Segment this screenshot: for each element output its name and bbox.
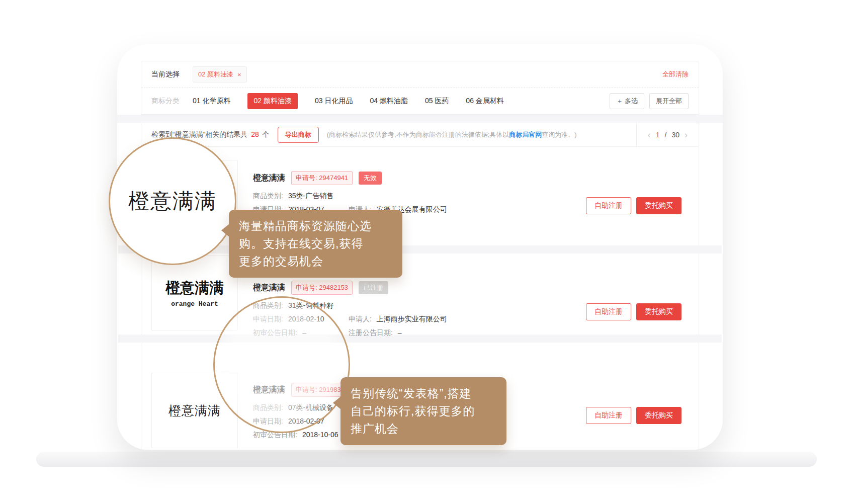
application-number-label: 申请号: [296,174,317,182]
tooltip-line: 更多的交易机会 [239,253,392,270]
chevron-left-icon[interactable]: ‹ [648,130,651,140]
self-register-button[interactable]: 自助注册 [586,303,631,320]
trademark-name: 橙意满满 [253,283,285,293]
result-row-2: 橙意满满 orange Heart 橙意满满 申请号: 29482153 已注册… [141,254,699,334]
trademark-name: 橙意满满 [253,173,285,184]
export-trademark-button[interactable]: 导出商标 [278,127,319,143]
field-label: 注册公告日期: [349,328,393,337]
trademark-image-subtext: orange Heart [171,300,218,308]
reg-notice-pair: 注册公告日期:– [349,328,402,337]
tooltip-marketplace: 海量精品商标资源随心选 购。支持在线交易,获得 更多的交易机会 [229,210,402,278]
application-number-value: 29482153 [319,284,348,291]
field-value: 2018-10-06 [302,431,338,439]
magnified-trademark-text: 橙意满满 [128,187,217,215]
application-number-value: 29474941 [319,174,348,182]
status-badge-invalid: 无效 [359,172,382,185]
trademark-image-text: 橙意满满 [168,402,221,419]
results-count: 28 [249,130,261,138]
tooltip-arrow-left-icon [221,224,229,237]
category-row: 商标分类 01 化学原料 02 颜料油漆 03 日化用品 04 燃料油脂 05 … [141,88,699,114]
trademark-office-link[interactable]: 商标局官网 [509,131,542,138]
disclaimer-before: (商标检索结果仅供参考,不作为商标能否注册的法律依据;具体以 [327,131,509,138]
field-label: 申请人: [349,315,372,323]
multi-select-button[interactable]: ＋ 多选 [610,93,644,109]
chevron-right-icon[interactable]: › [685,130,688,140]
pagination-total: 30 [671,131,679,139]
title-line: 橙意满满 申请号: 29482153 已注册 [253,281,447,295]
category-item-01[interactable]: 01 化学原料 [193,97,230,106]
tooltip-line: 告别传统“发表格”,搭建 [351,385,496,402]
field-value: – [398,328,402,337]
category-item-03[interactable]: 03 日化用品 [315,97,353,106]
selected-filter-tag[interactable]: 02 颜料油漆 × [193,66,247,82]
close-icon[interactable]: × [237,71,241,78]
category-item-05[interactable]: 05 医药 [425,97,449,106]
results-summary-suffix: 个 [263,130,270,138]
results-disclaimer: (商标检索结果仅供参考,不作为商标能否注册的法律依据;具体以商标局官网查询为准。… [327,130,577,139]
clear-all-button[interactable]: 全部清除 [662,70,689,79]
category-line: 商品类别:35类-广告销售 [253,192,447,201]
application-number-label: 申请号: [296,284,317,291]
category-item-06[interactable]: 06 金属材料 [466,97,503,106]
field-value: 35类-广告销售 [288,192,333,200]
entrust-buy-button[interactable]: 委托购买 [636,197,681,214]
tooltip-line: 自己的标行,获得更多的 [351,402,496,420]
self-register-button[interactable]: 自助注册 [586,197,631,214]
title-line: 橙意满满 申请号: 29474941 无效 [253,171,447,185]
category-item-04[interactable]: 04 燃料油脂 [370,97,407,106]
section-gap [117,115,723,123]
applicant-pair: 申请人:上海雨步实业有限公司 [349,315,447,323]
current-selection-label: 当前选择 [151,70,180,79]
trademark-search-mockup: 当前选择 02 颜料油漆 × 全部清除 商标分类 01 化学原料 02 颜料油漆… [0,0,853,504]
self-register-button[interactable]: 自助注册 [586,407,631,424]
current-selection-row: 当前选择 02 颜料油漆 × 全部清除 [141,61,699,88]
results-summary-prefix: 检索到“橙意满满”相关的结果共 [151,130,247,138]
entrust-buy-button[interactable]: 委托购买 [636,407,681,424]
filter-panel: 当前选择 02 颜料油漆 × 全部清除 商标分类 01 化学原料 02 颜料油漆… [141,61,699,115]
magnifier-circle-2 [213,296,350,433]
category-item-02-selected[interactable]: 02 颜料油漆 [247,93,297,109]
entrust-buy-button[interactable]: 委托购买 [636,303,681,320]
selected-filter-tag-label: 02 颜料油漆 [198,70,233,79]
row-actions: 自助注册 委托购买 [586,407,681,424]
pagination: ‹ 1 / 30 › [636,123,699,146]
expand-all-button[interactable]: 展开全部 [649,93,689,109]
tooltip-arrow-left-icon [333,396,341,409]
tooltip-line: 推广机会 [351,420,496,438]
category-label: 商标分类 [151,97,180,106]
tooltip-promotion: 告别传统“发表格”,搭建 自己的标行,获得更多的 推广机会 [340,377,506,445]
tooltip-line: 购。支持在线交易,获得 [239,235,392,253]
row-actions: 自助注册 委托购买 [586,303,681,320]
pagination-current: 1 [656,131,660,139]
pagination-separator: / [665,131,667,139]
magnifier-circle-1: 橙意满满 [109,137,236,265]
trademark-image-text: 橙意满满 [165,278,224,298]
laptop-base [36,452,817,467]
field-label: 商品类别: [253,192,283,200]
application-number-tag: 申请号: 29474941 [291,171,353,185]
results-header: 检索到“橙意满满”相关的结果共 28 个 导出商标 (商标检索结果仅供参考,不作… [141,123,699,147]
application-number-tag: 申请号: 29482153 [291,281,353,295]
row-actions: 自助注册 委托购买 [586,197,681,214]
status-badge-registered: 已注册 [359,281,388,294]
field-value: 上海雨步实业有限公司 [377,315,447,323]
trademark-image-2: 橙意满满 orange Heart [151,255,238,330]
tooltip-line: 海量精品商标资源随心选 [239,217,392,235]
disclaimer-after: 查询为准。) [542,131,576,138]
notice-date-line: 初审公告日期:2018-10-06 [253,431,353,440]
